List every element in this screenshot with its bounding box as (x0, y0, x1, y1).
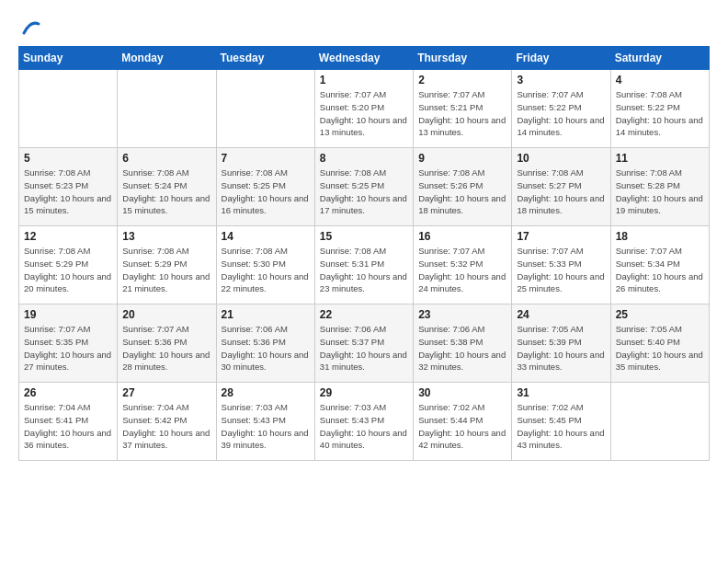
day-number: 1 (320, 74, 408, 86)
day-number: 19 (24, 308, 112, 321)
day-cell: 23Sunrise: 7:06 AM Sunset: 5:38 PM Dayli… (414, 304, 512, 383)
day-info: Sunrise: 7:08 AM Sunset: 5:25 PM Dayligh… (222, 167, 310, 217)
day-info: Sunrise: 7:04 AM Sunset: 5:42 PM Dayligh… (122, 401, 210, 452)
day-info: Sunrise: 7:07 AM Sunset: 5:36 PM Dayligh… (122, 323, 210, 373)
day-number: 31 (517, 386, 605, 399)
day-info: Sunrise: 7:07 AM Sunset: 5:34 PM Dayligh… (616, 245, 704, 295)
day-info: Sunrise: 7:04 AM Sunset: 5:41 PM Dayligh… (24, 401, 112, 452)
day-cell: 31Sunrise: 7:02 AM Sunset: 5:45 PM Dayli… (512, 383, 610, 461)
day-number: 28 (222, 386, 310, 399)
day-info: Sunrise: 7:08 AM Sunset: 5:26 PM Dayligh… (418, 167, 506, 217)
day-cell: 11Sunrise: 7:08 AM Sunset: 5:28 PM Dayli… (610, 148, 709, 226)
day-info: Sunrise: 7:02 AM Sunset: 5:44 PM Dayligh… (418, 401, 506, 452)
day-cell: 20Sunrise: 7:07 AM Sunset: 5:36 PM Dayli… (118, 304, 216, 383)
logo-icon (20, 17, 40, 37)
day-info: Sunrise: 7:07 AM Sunset: 5:21 PM Dayligh… (418, 88, 506, 139)
day-cell: 24Sunrise: 7:05 AM Sunset: 5:39 PM Dayli… (512, 304, 610, 383)
day-cell: 27Sunrise: 7:04 AM Sunset: 5:42 PM Dayli… (118, 383, 216, 461)
day-cell: 19Sunrise: 7:07 AM Sunset: 5:35 PM Dayli… (19, 304, 118, 383)
day-number: 25 (616, 308, 704, 321)
day-cell: 5Sunrise: 7:08 AM Sunset: 5:23 PM Daylig… (19, 148, 118, 226)
col-header-sunday: Sunday (19, 47, 118, 70)
day-info: Sunrise: 7:02 AM Sunset: 5:45 PM Dayligh… (517, 401, 605, 452)
day-cell: 26Sunrise: 7:04 AM Sunset: 5:41 PM Dayli… (19, 383, 118, 461)
day-cell: 21Sunrise: 7:06 AM Sunset: 5:36 PM Dayli… (216, 304, 314, 383)
day-info: Sunrise: 7:05 AM Sunset: 5:39 PM Dayligh… (517, 323, 605, 373)
week-row-3: 12Sunrise: 7:08 AM Sunset: 5:29 PM Dayli… (19, 226, 710, 304)
week-row-2: 5Sunrise: 7:08 AM Sunset: 5:23 PM Daylig… (19, 148, 710, 226)
day-cell (216, 70, 314, 148)
day-info: Sunrise: 7:03 AM Sunset: 5:43 PM Dayligh… (222, 401, 310, 452)
day-number: 8 (320, 152, 408, 165)
day-number: 4 (616, 74, 704, 86)
day-info: Sunrise: 7:08 AM Sunset: 5:22 PM Dayligh… (616, 88, 704, 139)
day-cell: 8Sunrise: 7:08 AM Sunset: 5:25 PM Daylig… (314, 148, 413, 226)
day-info: Sunrise: 7:08 AM Sunset: 5:25 PM Dayligh… (320, 167, 408, 217)
col-header-saturday: Saturday (610, 47, 709, 70)
day-number: 20 (122, 308, 210, 321)
day-info: Sunrise: 7:07 AM Sunset: 5:20 PM Dayligh… (320, 88, 408, 139)
day-number: 22 (320, 308, 408, 321)
day-number: 27 (122, 386, 210, 399)
week-row-1: 1Sunrise: 7:07 AM Sunset: 5:20 PM Daylig… (19, 70, 710, 148)
col-header-friday: Friday (512, 47, 610, 70)
day-number: 7 (222, 152, 310, 165)
day-cell: 30Sunrise: 7:02 AM Sunset: 5:44 PM Dayli… (414, 383, 512, 461)
day-info: Sunrise: 7:08 AM Sunset: 5:24 PM Dayligh… (122, 167, 210, 217)
day-info: Sunrise: 7:07 AM Sunset: 5:33 PM Dayligh… (517, 245, 605, 295)
day-number: 17 (517, 230, 605, 243)
day-info: Sunrise: 7:07 AM Sunset: 5:35 PM Dayligh… (24, 323, 112, 373)
day-cell: 2Sunrise: 7:07 AM Sunset: 5:21 PM Daylig… (414, 70, 512, 148)
day-number: 29 (320, 386, 408, 399)
day-number: 11 (616, 152, 704, 165)
day-cell (610, 383, 709, 461)
day-info: Sunrise: 7:08 AM Sunset: 5:28 PM Dayligh… (616, 167, 704, 217)
day-info: Sunrise: 7:08 AM Sunset: 5:23 PM Dayligh… (24, 167, 112, 217)
day-number: 9 (418, 152, 506, 165)
day-cell: 15Sunrise: 7:08 AM Sunset: 5:31 PM Dayli… (314, 226, 413, 304)
day-cell: 3Sunrise: 7:07 AM Sunset: 5:22 PM Daylig… (512, 70, 610, 148)
day-cell: 4Sunrise: 7:08 AM Sunset: 5:22 PM Daylig… (610, 70, 709, 148)
day-info: Sunrise: 7:03 AM Sunset: 5:43 PM Dayligh… (320, 401, 408, 452)
day-info: Sunrise: 7:08 AM Sunset: 5:27 PM Dayligh… (517, 167, 605, 217)
day-cell: 1Sunrise: 7:07 AM Sunset: 5:20 PM Daylig… (314, 70, 413, 148)
day-number: 6 (122, 152, 210, 165)
day-info: Sunrise: 7:05 AM Sunset: 5:40 PM Dayligh… (616, 323, 704, 373)
day-number: 24 (517, 308, 605, 321)
day-cell: 22Sunrise: 7:06 AM Sunset: 5:37 PM Dayli… (314, 304, 413, 383)
day-info: Sunrise: 7:07 AM Sunset: 5:22 PM Dayligh… (517, 88, 605, 139)
day-cell: 28Sunrise: 7:03 AM Sunset: 5:43 PM Dayli… (216, 383, 314, 461)
page: SundayMondayTuesdayWednesdayThursdayFrid… (0, 0, 728, 563)
day-cell: 16Sunrise: 7:07 AM Sunset: 5:32 PM Dayli… (414, 226, 512, 304)
day-number: 3 (517, 74, 605, 86)
day-cell: 25Sunrise: 7:05 AM Sunset: 5:40 PM Dayli… (610, 304, 709, 383)
day-number: 16 (418, 230, 506, 243)
header (18, 17, 710, 37)
day-info: Sunrise: 7:07 AM Sunset: 5:32 PM Dayligh… (418, 245, 506, 295)
day-cell: 18Sunrise: 7:07 AM Sunset: 5:34 PM Dayli… (610, 226, 709, 304)
day-info: Sunrise: 7:08 AM Sunset: 5:30 PM Dayligh… (222, 245, 310, 295)
day-number: 23 (418, 308, 506, 321)
day-number: 18 (616, 230, 704, 243)
day-info: Sunrise: 7:06 AM Sunset: 5:36 PM Dayligh… (222, 323, 310, 373)
day-cell: 12Sunrise: 7:08 AM Sunset: 5:29 PM Dayli… (19, 226, 118, 304)
day-cell: 17Sunrise: 7:07 AM Sunset: 5:33 PM Dayli… (512, 226, 610, 304)
day-cell: 13Sunrise: 7:08 AM Sunset: 5:29 PM Dayli… (118, 226, 216, 304)
day-cell: 10Sunrise: 7:08 AM Sunset: 5:27 PM Dayli… (512, 148, 610, 226)
day-cell: 14Sunrise: 7:08 AM Sunset: 5:30 PM Dayli… (216, 226, 314, 304)
day-number: 14 (222, 230, 310, 243)
col-header-wednesday: Wednesday (314, 47, 413, 70)
col-header-monday: Monday (118, 47, 216, 70)
logo (18, 17, 40, 37)
day-info: Sunrise: 7:06 AM Sunset: 5:38 PM Dayligh… (418, 323, 506, 373)
day-number: 10 (517, 152, 605, 165)
day-cell: 6Sunrise: 7:08 AM Sunset: 5:24 PM Daylig… (118, 148, 216, 226)
col-header-tuesday: Tuesday (216, 47, 314, 70)
day-number: 21 (222, 308, 310, 321)
day-info: Sunrise: 7:08 AM Sunset: 5:31 PM Dayligh… (320, 245, 408, 295)
day-number: 13 (122, 230, 210, 243)
day-number: 26 (24, 386, 112, 399)
day-number: 15 (320, 230, 408, 243)
day-number: 12 (24, 230, 112, 243)
day-cell: 29Sunrise: 7:03 AM Sunset: 5:43 PM Dayli… (314, 383, 413, 461)
